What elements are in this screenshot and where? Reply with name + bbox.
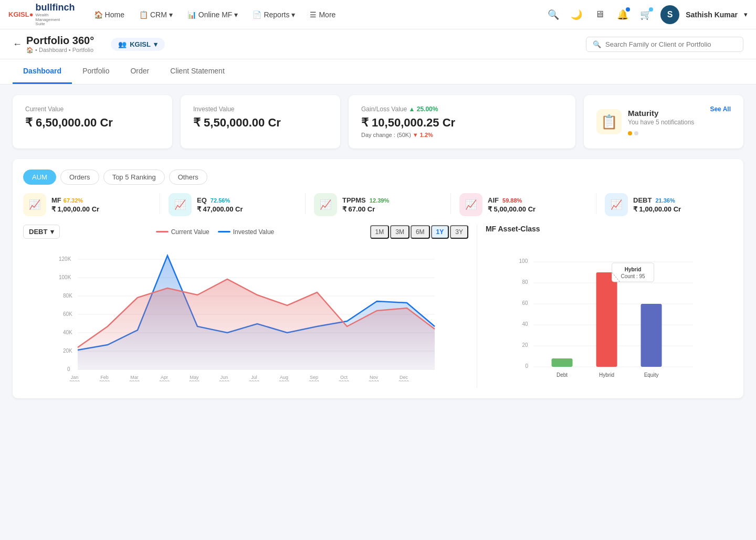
maturity-icon: 📋	[596, 109, 622, 134]
metric-tppms: 📈 TPPMS 12.39% ₹ 67.00 Cr	[314, 193, 442, 216]
bar-hybrid	[596, 272, 617, 367]
time-1y[interactable]: 1Y	[431, 225, 449, 239]
see-all-button[interactable]: See All	[710, 105, 731, 113]
tab-dashboard[interactable]: Dashboard	[13, 59, 72, 84]
gain-up-icon: ▲	[409, 105, 417, 113]
divider-3	[450, 193, 451, 214]
time-1m[interactable]: 1M	[370, 225, 390, 239]
svg-text:2022: 2022	[219, 379, 229, 382]
svg-text:Hybrid: Hybrid	[625, 267, 642, 272]
line-chart-wrap: DEBT ▾ Current Value Invested Value	[23, 225, 468, 388]
cart-dot	[649, 7, 653, 12]
search-button[interactable]: 🔍	[545, 6, 562, 23]
nav-items: 🏠 Home 📋 CRM ▾ 📊 Online MF ▾ 📄 Reports ▾…	[88, 7, 541, 22]
tab-client-statement[interactable]: Client Statement	[160, 59, 235, 84]
current-value-amount: ₹ 6,50,000.00 Cr	[25, 116, 160, 130]
mf-info: MF67.32% ₹ 1,00,00.00 Cr	[51, 196, 99, 213]
tabs-bar: Dashboard Portfolio Order Client Stateme…	[0, 59, 756, 84]
home-icon: 🏠	[94, 10, 103, 19]
chart-controls: DEBT ▾ Current Value Invested Value	[23, 225, 468, 239]
main-content: Current Value ₹ 6,50,000.00 Cr Invested …	[0, 84, 756, 409]
org-selector[interactable]: 👥 KGISL ▾	[111, 38, 165, 51]
nav-online-mf-label: Online MF	[198, 10, 233, 19]
dot-1	[628, 131, 632, 135]
day-change: Day change : (50K) ▼ 1.2%	[361, 132, 563, 138]
divider-1	[160, 193, 160, 214]
svg-marker-15	[78, 279, 435, 369]
mf-pct: 67.32%	[64, 197, 83, 204]
user-name: Sathish Kumar	[686, 10, 738, 19]
filter-tab-top5[interactable]: Top 5 Ranking	[103, 170, 165, 185]
svg-text:2022: 2022	[249, 379, 259, 382]
org-chevron-icon: ▾	[154, 40, 158, 48]
search-input[interactable]	[605, 40, 737, 48]
user-chevron-icon[interactable]: ▾	[744, 10, 748, 18]
debt-value: ₹ 1,00,00.00 Cr	[633, 205, 681, 213]
svg-text:2022: 2022	[309, 379, 319, 382]
notification-button[interactable]: 🔔	[614, 6, 631, 23]
svg-text:20: 20	[522, 342, 528, 348]
nav-reports[interactable]: 📄 Reports ▾	[246, 7, 301, 22]
nav-online-mf[interactable]: 📊 Online MF ▾	[181, 7, 245, 22]
org-people-icon: 👥	[118, 40, 127, 48]
metric-aif: 📈 AIF 59.88% ₹ 5,00,00.00 Cr	[459, 193, 587, 216]
chart-select-label: DEBT	[29, 228, 47, 236]
navbar: KGISL● bullfinch WealthManagementSuite 🏠…	[0, 0, 756, 29]
nav-home[interactable]: 🏠 Home	[88, 7, 131, 22]
crm-chevron-icon: ▾	[169, 10, 173, 19]
breadcrumb-bar: ← Portfolio 360° 🏠 • Dashboard • Portfol…	[0, 29, 756, 59]
nav-reports-label: Reports	[264, 10, 289, 19]
nav-right: 🔍 🌙 🖥 🔔 🛒 S Sathish Kumar ▾	[545, 5, 748, 24]
reports-chevron-icon: ▾	[291, 10, 295, 19]
svg-text:0: 0	[67, 366, 70, 372]
nav-home-label: Home	[105, 10, 124, 19]
eq-icon: 📈	[169, 193, 192, 216]
screen-button[interactable]: 🖥	[591, 6, 608, 23]
line-chart-svg: 0 20K 40K 60K 80K 100K 120K	[23, 245, 468, 382]
filter-tab-orders[interactable]: Orders	[60, 170, 99, 185]
debt-pct: 21.36%	[654, 197, 675, 204]
cart-button[interactable]: 🛒	[637, 6, 654, 23]
svg-text:Equity: Equity	[644, 372, 659, 378]
page-title-area: ← Portfolio 360° 🏠 • Dashboard • Portfol…	[13, 35, 165, 54]
svg-text:2022: 2022	[398, 379, 409, 382]
chart-select-chevron-icon: ▾	[50, 228, 54, 236]
time-6m[interactable]: 6M	[411, 225, 430, 239]
maturity-card: 📋 Maturity You have 5 notifications See …	[584, 95, 743, 149]
legend-current-label: Current Value	[171, 228, 209, 236]
nav-more-label: More	[319, 10, 335, 19]
invested-value-label: Invested Value	[193, 105, 328, 113]
svg-text:2022: 2022	[99, 379, 110, 382]
filter-tab-others[interactable]: Others	[169, 170, 207, 185]
avatar[interactable]: S	[660, 5, 679, 24]
tab-order[interactable]: Order	[120, 59, 160, 84]
nav-crm[interactable]: 📋 CRM ▾	[133, 7, 179, 22]
crm-icon: 📋	[139, 10, 148, 19]
nav-more[interactable]: ☰ More	[303, 7, 342, 22]
svg-text:2022: 2022	[369, 379, 379, 382]
notification-dot	[626, 7, 630, 12]
svg-text:Hybrid: Hybrid	[599, 372, 614, 378]
time-3m[interactable]: 3M	[390, 225, 410, 239]
reports-icon: 📄	[253, 10, 261, 19]
filter-tabs: AUM Orders Top 5 Ranking Others	[23, 170, 733, 185]
time-3y[interactable]: 3Y	[450, 225, 468, 239]
dark-mode-button[interactable]: 🌙	[568, 6, 585, 23]
tppms-icon: 📈	[314, 193, 337, 216]
bar-chart-title: MF Asset-Class	[486, 225, 733, 233]
chart-select[interactable]: DEBT ▾	[23, 225, 60, 239]
back-button[interactable]: ←	[13, 39, 22, 50]
aif-pct: 59.88%	[501, 197, 522, 204]
svg-text:2022: 2022	[339, 379, 349, 382]
aif-icon: 📈	[459, 193, 482, 216]
value-cards: Current Value ₹ 6,50,000.00 Cr Invested …	[13, 95, 743, 149]
day-change-pct: 1.2%	[420, 132, 433, 138]
mf-value: ₹ 1,00,00.00 Cr	[51, 205, 99, 213]
tppms-pct: 12.39%	[368, 197, 389, 204]
time-tabs: 1M 3M 6M 1Y 3Y	[370, 225, 468, 239]
current-value-label: Current Value	[25, 105, 160, 113]
dot-2	[634, 131, 638, 135]
logo: KGISL● bullfinch WealthManagementSuite	[8, 2, 75, 27]
tab-portfolio[interactable]: Portfolio	[72, 59, 120, 84]
filter-tab-aum[interactable]: AUM	[23, 170, 56, 185]
